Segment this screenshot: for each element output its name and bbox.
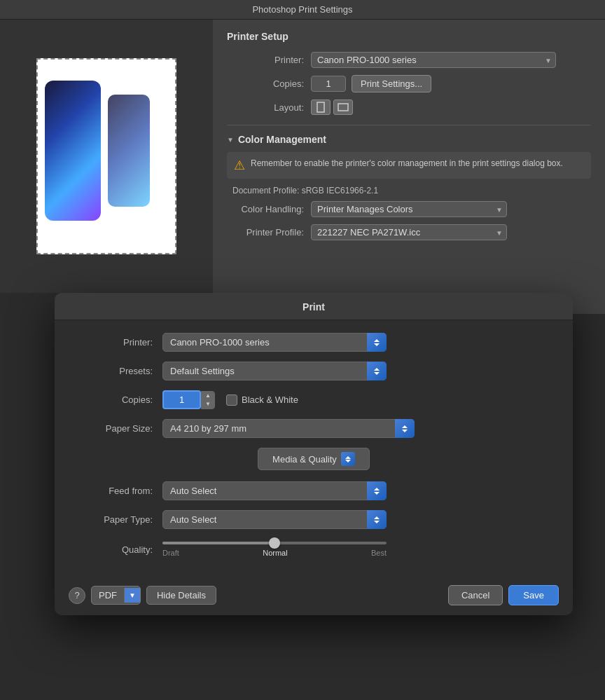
dialog-copies-row: Copies: ▲ ▼ Black & White xyxy=(76,390,552,409)
quality-slider-area: Draft Normal Best xyxy=(162,542,387,557)
bw-checkbox-area: Black & White xyxy=(226,394,298,406)
copies-stepper-wrap: ▲ ▼ xyxy=(162,390,215,409)
quality-slider-track xyxy=(162,542,387,544)
feed-from-select-wrapper[interactable]: Auto Select xyxy=(162,481,387,500)
feed-from-row: Feed from: Auto Select xyxy=(76,481,552,500)
paper-type-select-wrapper[interactable]: Auto Select xyxy=(162,510,387,529)
dialog-paper-size-row: Paper Size: A4 210 by 297 mm xyxy=(76,419,552,438)
copies-stepper-arrows: ▲ ▼ xyxy=(201,391,215,409)
dialog-copies-label: Copies: xyxy=(76,394,153,405)
dialog-printer-row: Printer: Canon PRO-1000 series xyxy=(76,333,552,352)
print-preview xyxy=(0,20,213,293)
save-button[interactable]: Save xyxy=(508,585,559,605)
layout-portrait-icon[interactable] xyxy=(311,99,331,115)
ps-layout-row: Layout: xyxy=(227,99,591,115)
layout-icons xyxy=(311,99,353,115)
dialog-presets-row: Presets: Default Settings xyxy=(76,362,552,380)
ps-print-settings-button[interactable]: Print Settings... xyxy=(352,75,431,92)
dialog-paper-size-select[interactable]: A4 210 by 297 mm xyxy=(162,419,415,438)
paper-type-label: Paper Type: xyxy=(76,514,153,525)
help-label: ? xyxy=(74,590,79,601)
quality-thumb[interactable] xyxy=(269,537,280,549)
bw-label[interactable]: Black & White xyxy=(242,394,298,405)
paper-type-row: Paper Type: Auto Select xyxy=(76,510,552,529)
ps-topbar: Photoshop Print Settings xyxy=(0,0,605,20)
print-dialog: Print Printer: Canon PRO-1000 series Pre… xyxy=(55,293,573,615)
dialog-presets-select-wrapper[interactable]: Default Settings xyxy=(162,362,387,380)
pdf-arrow-button[interactable]: ▼ xyxy=(124,588,140,603)
color-mgmt-warning-text: Remember to enable the printer's color m… xyxy=(251,158,563,170)
color-management-section: ▼ Color Management ⚠ Remember to enable … xyxy=(227,125,591,240)
dialog-paper-size-label: Paper Size: xyxy=(76,423,153,434)
ps-layout-label: Layout: xyxy=(227,102,304,113)
preview-phone-1 xyxy=(45,81,101,221)
dialog-presets-label: Presets: xyxy=(76,366,153,376)
hide-details-button[interactable]: Hide Details xyxy=(146,586,216,605)
color-handling-select-wrapper[interactable]: Printer Manages Colors xyxy=(311,201,507,217)
svg-rect-1 xyxy=(338,104,348,111)
ps-printer-row: Printer: Canon PRO-1000 series xyxy=(227,52,591,68)
svg-rect-0 xyxy=(317,102,324,112)
paper-type-select[interactable]: Auto Select xyxy=(162,510,387,529)
quality-normal-label: Normal xyxy=(263,549,287,557)
feed-from-label: Feed from: xyxy=(76,486,153,496)
dialog-titlebar: Print xyxy=(55,293,573,320)
color-mgmt-warning-box: ⚠ Remember to enable the printer's color… xyxy=(227,152,591,179)
ps-copies-label: Copies: xyxy=(227,78,304,89)
ps-printer-select-wrapper[interactable]: Canon PRO-1000 series xyxy=(311,52,556,68)
preview-phone-2 xyxy=(108,95,150,207)
dialog-paper-size-wrapper[interactable]: A4 210 by 297 mm xyxy=(162,419,415,438)
copies-increment-btn[interactable]: ▲ xyxy=(202,392,214,400)
ps-copies-input[interactable]: 1 xyxy=(311,76,346,92)
printer-setup-title: Printer Setup xyxy=(227,31,591,42)
media-quality-tab-arrow xyxy=(341,452,355,466)
dialog-presets-select[interactable]: Default Settings xyxy=(162,362,387,380)
media-quality-tab[interactable]: Media & Quality xyxy=(258,448,370,470)
color-handling-row: Color Handling: Printer Manages Colors xyxy=(227,201,591,217)
preview-page xyxy=(36,58,176,254)
copies-decrement-btn[interactable]: ▼ xyxy=(202,400,214,409)
color-mgmt-title: Color Management xyxy=(238,134,326,145)
quality-row: Quality: Draft Normal Best xyxy=(76,539,552,557)
dialog-printer-select[interactable]: Canon PRO-1000 series xyxy=(162,333,387,352)
printer-profile-row: Printer Profile: 221227 NEC PA271W.icc xyxy=(227,224,591,240)
mq-arrow-down xyxy=(345,460,351,462)
quality-draft-label: Draft xyxy=(162,549,179,557)
quality-label: Quality: xyxy=(76,542,153,555)
feed-from-select[interactable]: Auto Select xyxy=(162,481,387,500)
quality-labels: Draft Normal Best xyxy=(162,549,387,557)
ps-copies-row: Copies: 1 Print Settings... xyxy=(227,75,591,92)
dialog-printer-label: Printer: xyxy=(76,337,153,348)
pdf-main-button[interactable]: PDF xyxy=(92,586,124,604)
ps-window-title: Photoshop Print Settings xyxy=(252,4,352,15)
help-button[interactable]: ? xyxy=(69,587,85,604)
dialog-footer: ? PDF ▼ Hide Details Cancel Save xyxy=(55,578,573,615)
media-quality-label: Media & Quality xyxy=(272,454,337,465)
collapse-arrow-icon[interactable]: ▼ xyxy=(227,136,234,144)
print-settings-panel: Printer Setup Printer: Canon PRO-1000 se… xyxy=(213,20,605,314)
dialog-copies-input[interactable] xyxy=(162,390,201,409)
dialog-body: Printer: Canon PRO-1000 series Presets: … xyxy=(55,320,573,578)
printer-profile-label: Printer Profile: xyxy=(227,227,304,238)
printer-profile-select-wrapper[interactable]: 221227 NEC PA271W.icc xyxy=(311,224,507,240)
ps-printer-select[interactable]: Canon PRO-1000 series xyxy=(311,52,556,68)
color-handling-select[interactable]: Printer Manages Colors xyxy=(311,201,507,217)
warning-icon: ⚠ xyxy=(234,158,245,173)
printer-profile-select[interactable]: 221227 NEC PA271W.icc xyxy=(311,224,507,240)
quality-slider-fill xyxy=(162,542,274,544)
color-handling-label: Color Handling: xyxy=(227,204,304,214)
dialog-title: Print xyxy=(302,301,325,313)
color-mgmt-header: ▼ Color Management xyxy=(227,134,591,145)
ps-printer-label: Printer: xyxy=(227,55,304,65)
media-quality-section: Media & Quality xyxy=(76,448,552,470)
bw-checkbox[interactable] xyxy=(226,394,237,406)
layout-landscape-icon[interactable] xyxy=(333,99,353,115)
document-profile: Document Profile: sRGB IEC61966-2.1 xyxy=(227,186,591,195)
cancel-button[interactable]: Cancel xyxy=(448,585,503,605)
dialog-printer-select-wrapper[interactable]: Canon PRO-1000 series xyxy=(162,333,387,352)
mq-arrow-up xyxy=(345,456,351,459)
pdf-button-group: PDF ▼ xyxy=(91,586,141,605)
quality-best-label: Best xyxy=(371,549,387,557)
